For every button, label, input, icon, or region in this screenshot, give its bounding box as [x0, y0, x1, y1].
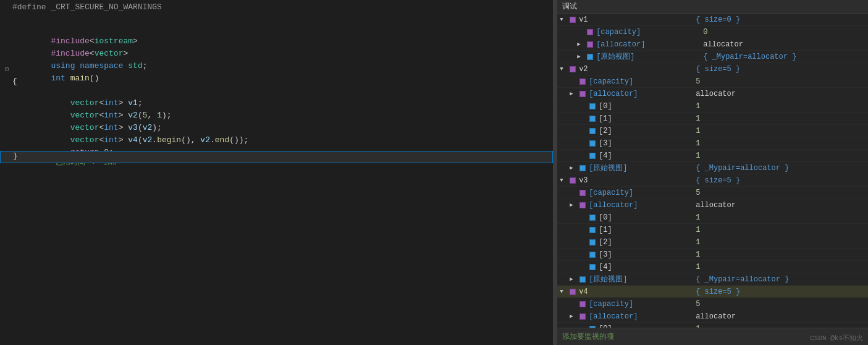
cube-icon-v1-allocator — [586, 40, 594, 49]
var-value-v1-capacity: 0 — [703, 28, 866, 36]
var-value-v2-3: 1 — [696, 139, 866, 148]
var-row-v2-0: [0] 1 — [557, 100, 868, 113]
cube-icon-v1-original — [586, 53, 594, 61]
var-label-v4-allocator: [allocator] — [589, 312, 638, 321]
code-line-close-brace: } — [0, 151, 553, 163]
var-value-v2-allocator: allocator — [696, 90, 866, 98]
var-value-v2-capacity: 5 — [696, 77, 866, 86]
var-label-v1-allocator: [allocator] — [596, 40, 645, 49]
cube-icon-v1-capacity — [586, 28, 594, 36]
code-line-define: #define _CRT_SECURE_NO_WARNINGS — [0, 2, 553, 15]
var-row-v4-allocator[interactable]: [allocator] allocator — [557, 310, 868, 323]
var-row-v3-capacity: [capacity] 5 — [557, 187, 868, 199]
var-row-v4-capacity: [capacity] 5 — [557, 298, 868, 310]
var-row-v2[interactable]: v2 { size=5 } — [557, 63, 868, 75]
watermark: CSDN @ks不知火 — [810, 333, 863, 343]
var-row-v3-allocator[interactable]: [allocator] allocator — [557, 199, 868, 211]
var-label-v3: v3 — [579, 176, 588, 185]
var-row-v1[interactable]: v1 { size=0 } — [557, 14, 868, 26]
code-line-v2: vector<int> v2(5, 1); — [0, 101, 553, 114]
var-label-v2-capacity: [capacity] — [589, 77, 633, 86]
debug-title: 调试 — [562, 1, 577, 12]
var-row-v1-capacity: [capacity] 0 — [557, 26, 868, 38]
var-row-v4[interactable]: v4 { size=5 } — [557, 286, 868, 298]
code-line-v1: vector<int> v1; — [0, 89, 553, 101]
code-line-main: ⊟ int main() — [0, 64, 553, 77]
cube-icon-v3 — [568, 176, 577, 185]
var-label-v1-original: [原始视图] — [596, 51, 634, 62]
var-label-v1-capacity: [capacity] — [596, 28, 641, 36]
code-panel: #define _CRT_SECURE_NO_WARNINGS #include… — [0, 0, 554, 345]
expand-v1-original[interactable] — [577, 53, 586, 60]
code-line-include-vector: #include<vector> — [0, 40, 553, 52]
var-label-v2-0: [0] — [599, 102, 612, 111]
var-value-v3: { size=5 } — [696, 176, 866, 185]
var-label-v3-capacity: [capacity] — [589, 189, 633, 197]
var-label-v2-3: [3] — [599, 139, 612, 148]
expand-v3[interactable] — [560, 177, 568, 184]
var-value-v3-capacity: 5 — [696, 189, 866, 197]
var-label-v2-allocator: [allocator] — [589, 90, 638, 98]
var-value-v2-1: 1 — [696, 114, 866, 123]
expand-v1-allocator[interactable] — [577, 41, 586, 48]
debug-table[interactable]: v1 { size=0 } [capacity] 0 [allocator] a… — [557, 14, 868, 328]
expand-v1[interactable] — [560, 17, 568, 23]
cube-icon-v2 — [568, 65, 577, 74]
code-line-using: using namespace std; — [0, 52, 553, 64]
debug-panel: 调试 v1 { size=0 } [capacity] 0 — [557, 0, 868, 345]
var-label-v2-4: [4] — [599, 151, 612, 160]
code-line-v3: vector<int> v3(v2); — [0, 114, 553, 126]
cube-icon-v2-0 — [588, 102, 597, 111]
var-value-v3-allocator: allocator — [696, 201, 866, 210]
var-row-v3-1: [1] 1 — [557, 224, 868, 236]
debug-header: 调试 — [557, 0, 868, 14]
var-label-v3-allocator: [allocator] — [589, 201, 638, 210]
code-line-return: return 0; 已用时间 <= 1ms — [0, 138, 553, 151]
var-row-v1-original[interactable]: [原始视图] { _Mypair=allocator } — [557, 51, 868, 63]
var-value-v1-original: { _Mypair=allocator } — [703, 53, 866, 61]
var-label-v2: v2 — [579, 65, 588, 74]
var-label-v3-original: [原始视图] — [589, 274, 627, 284]
var-label-v2-2: [2] — [599, 127, 612, 135]
var-row-v3-2: [2] 1 — [557, 236, 868, 249]
code-line-include-iostream: #include<iostream> — [0, 27, 553, 40]
var-row-v3-0: [0] 1 — [557, 211, 868, 224]
expand-v4[interactable] — [560, 289, 568, 295]
var-row-v2-original[interactable]: [原始视图] { _Mypair=allocator } — [557, 162, 868, 174]
var-row-v2-allocator[interactable]: [allocator] allocator — [557, 88, 868, 100]
var-value-v2-0: 1 — [696, 102, 866, 111]
cube-icon-v2-allocator — [578, 90, 587, 98]
code-line-open-brace: { — [0, 77, 553, 89]
var-row-v2-4: [4] 1 — [557, 150, 868, 162]
var-row-v3[interactable]: v3 { size=5 } — [557, 174, 868, 187]
cube-icon-v1 — [568, 15, 577, 24]
code-line-empty — [0, 15, 553, 27]
var-value-v4-capacity: 5 — [696, 300, 866, 309]
var-value-v3-original: { _Mypair=allocator } — [696, 275, 866, 284]
var-value-v4: { size=5 } — [696, 288, 866, 296]
var-row-v4-0: [0] 1 — [557, 323, 868, 328]
var-row-v3-3: [3] 1 — [557, 249, 868, 261]
code-line-v4: vector<int> v4(v2.begin(), v2.end()); — [0, 126, 553, 138]
var-label-v4: v4 — [579, 288, 588, 296]
cube-icon-v4 — [568, 288, 577, 296]
cube-icon-v2-capacity — [578, 77, 587, 86]
add-watch-label: 添加要监视的项 — [562, 331, 614, 342]
var-value-v2-original: { _Mypair=allocator } — [696, 164, 866, 172]
var-value-v2: { size=5 } — [696, 65, 866, 74]
var-value-v1: { size=0 } — [696, 15, 866, 24]
var-value-v1-allocator: allocator — [703, 40, 866, 49]
var-value-v2-2: 1 — [696, 127, 866, 135]
var-value-v4-allocator: allocator — [696, 312, 866, 321]
var-label-v2-original: [原始视图] — [589, 163, 627, 173]
code-area[interactable]: #define _CRT_SECURE_NO_WARNINGS #include… — [0, 0, 553, 345]
expand-v2[interactable] — [560, 66, 568, 72]
var-value-v2-4: 1 — [696, 151, 866, 160]
var-row-v2-2: [2] 1 — [557, 125, 868, 137]
var-label-v2-1: [1] — [599, 114, 612, 123]
var-row-v3-4: [4] 1 — [557, 261, 868, 273]
var-row-v1-allocator[interactable]: [allocator] allocator — [557, 38, 868, 51]
var-row-v3-original[interactable]: [原始视图] { _Mypair=allocator } — [557, 273, 868, 286]
var-label-v4-capacity: [capacity] — [589, 300, 633, 309]
var-row-v2-3: [3] 1 — [557, 137, 868, 150]
